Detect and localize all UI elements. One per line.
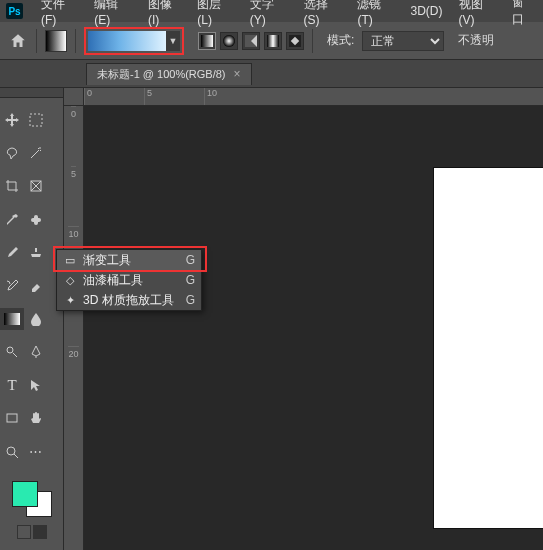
blur-tool[interactable] (24, 308, 48, 330)
path-selection-tool[interactable] (24, 374, 48, 396)
gradient-diamond-button[interactable] (286, 32, 304, 50)
canvas-document[interactable] (434, 168, 543, 528)
type-tool[interactable]: T (0, 374, 24, 396)
foreground-background-colors[interactable] (12, 481, 52, 517)
eraser-tool[interactable] (24, 275, 48, 297)
ruler-tick: 20 (68, 346, 78, 406)
material-drop-icon: ✦ (63, 294, 77, 307)
dodge-tool[interactable] (0, 341, 24, 363)
app-logo: Ps (6, 3, 23, 19)
gradient-linear-button[interactable] (198, 32, 216, 50)
move-tool[interactable] (0, 109, 24, 131)
menu-edit[interactable]: 编辑(E) (86, 0, 140, 27)
svg-point-11 (7, 347, 13, 353)
svg-rect-6 (30, 114, 42, 126)
menu-filter[interactable]: 滤镜(T) (349, 0, 402, 27)
rectangular-marquee-tool[interactable] (24, 109, 48, 131)
rectangle-tool[interactable] (0, 407, 24, 429)
ruler-corner (64, 88, 84, 106)
ruler-vertical[interactable]: 0 5 10 15 20 (64, 106, 84, 550)
toolbox: T ⋯ (0, 88, 64, 550)
menu-window[interactable]: 窗口 (504, 0, 543, 28)
menu-3d[interactable]: 3D(D) (403, 4, 451, 18)
gradient-reflected-button[interactable] (264, 32, 282, 50)
eyedropper-tool[interactable] (0, 209, 24, 231)
menu-file[interactable]: 文件(F) (33, 0, 86, 27)
ruler-tick: 0 (71, 106, 76, 166)
home-icon[interactable] (8, 31, 28, 51)
svg-rect-12 (7, 414, 17, 422)
ruler-tick: 0 (84, 88, 144, 105)
gradient-tool[interactable] (0, 308, 24, 330)
color-swatches (0, 474, 63, 550)
pen-tool[interactable] (24, 341, 48, 363)
workspace: T ⋯ 0 5 10 0 5 10 15 20 (0, 88, 543, 550)
paint-bucket-icon: ◇ (63, 274, 77, 287)
svg-point-1 (223, 35, 235, 47)
history-brush-tool[interactable] (0, 275, 24, 297)
spot-healing-tool[interactable] (24, 209, 48, 231)
tool-preset-button[interactable] (45, 30, 67, 52)
svg-point-13 (7, 447, 15, 455)
ruler-tick: 5 (144, 88, 204, 105)
ruler-horizontal[interactable]: 0 5 10 (84, 88, 543, 106)
flyout-item-label: 3D 材质拖放工具 (83, 292, 175, 309)
gradient-preview[interactable] (88, 31, 166, 51)
svg-rect-0 (201, 35, 213, 47)
gradient-radial-button[interactable] (220, 32, 238, 50)
flyout-item-label: 渐变工具 (83, 252, 175, 269)
menu-layer[interactable]: 图层(L) (189, 0, 242, 27)
menu-type[interactable]: 文字(Y) (242, 0, 296, 27)
foreground-color[interactable] (12, 481, 38, 507)
gradient-picker-dropdown[interactable]: ▼ (166, 31, 180, 51)
edit-toolbar-button[interactable]: ⋯ (24, 441, 48, 463)
mode-label: 模式: (327, 32, 354, 49)
svg-rect-10 (4, 313, 20, 325)
menu-select[interactable]: 选择(S) (296, 0, 350, 27)
canvas-area[interactable]: 0 5 10 0 5 10 15 20 (64, 88, 543, 550)
flyout-item-gradient[interactable]: ▭ 渐变工具 G (57, 250, 201, 270)
zoom-tool[interactable] (0, 441, 24, 463)
divider (312, 29, 313, 53)
svg-rect-9 (34, 215, 38, 225)
flyout-shortcut: G (181, 253, 195, 267)
flyout-shortcut: G (181, 293, 195, 307)
quick-mask-toggle[interactable] (17, 525, 31, 539)
gradient-picker-highlight: ▼ (84, 27, 184, 55)
magic-wand-tool[interactable] (24, 142, 48, 164)
gradient-type-group (198, 32, 304, 50)
brush-tool[interactable] (0, 242, 24, 264)
gradient-angle-button[interactable] (242, 32, 260, 50)
flyout-item-paint-bucket[interactable]: ◇ 油漆桶工具 G (57, 270, 201, 290)
lasso-tool[interactable] (0, 142, 24, 164)
menu-view[interactable]: 视图(V) (451, 0, 505, 27)
options-bar: ▼ 模式: 正常 不透明 (0, 22, 543, 60)
document-tab-title: 未标题-1 @ 100%(RGB/8) (97, 67, 226, 82)
ruler-tick: 10 (204, 88, 264, 105)
hand-tool[interactable] (24, 407, 48, 429)
close-icon[interactable]: × (234, 67, 241, 81)
flyout-item-label: 油漆桶工具 (83, 272, 175, 289)
opacity-label: 不透明 (458, 32, 494, 49)
divider (36, 29, 37, 53)
document-tab[interactable]: 未标题-1 @ 100%(RGB/8) × (86, 63, 252, 85)
document-tab-bar: 未标题-1 @ 100%(RGB/8) × (0, 60, 543, 88)
flyout-shortcut: G (181, 273, 195, 287)
crop-tool[interactable] (0, 175, 24, 197)
blend-mode-select[interactable]: 正常 (362, 31, 444, 51)
flyout-item-3d-material[interactable]: ✦ 3D 材质拖放工具 G (57, 290, 201, 310)
clone-stamp-tool[interactable] (24, 242, 48, 264)
frame-tool[interactable] (24, 175, 48, 197)
quick-mask-row (17, 525, 47, 539)
ruler-tick: 5 (71, 166, 76, 226)
gradient-icon: ▭ (63, 254, 77, 267)
svg-rect-3 (267, 35, 279, 47)
gradient-tool-flyout: ▭ 渐变工具 G ◇ 油漆桶工具 G ✦ 3D 材质拖放工具 G (56, 249, 202, 311)
menubar: Ps 文件(F) 编辑(E) 图像(I) 图层(L) 文字(Y) 选择(S) 滤… (0, 0, 543, 22)
screen-mode-toggle[interactable] (33, 525, 47, 539)
divider (75, 29, 76, 53)
menu-image[interactable]: 图像(I) (140, 0, 189, 27)
